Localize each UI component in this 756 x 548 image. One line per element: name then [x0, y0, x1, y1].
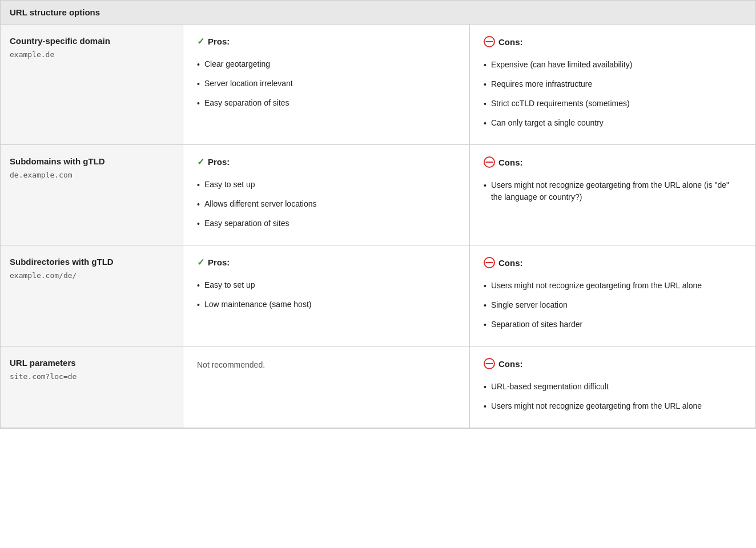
cons-item-1-0: Users might not recognize geotargeting f… [484, 176, 742, 207]
col-pros-0: ✓ Pros: Clear geotargetingServer locatio… [183, 25, 470, 144]
no-icon-0 [484, 36, 495, 47]
col-cons-0: Cons: Expensive (can have limited availa… [470, 25, 755, 144]
check-icon-2: ✓ [197, 257, 204, 268]
row-example-1: de.example.com [10, 171, 174, 179]
table-row: Country-specific domain example.de ✓ Pro… [1, 25, 755, 145]
cons-item-0-1: Requires more infrastructure [484, 75, 742, 94]
table-row: Subdirectories with gTLD example.com/de/… [1, 245, 755, 346]
col-cons-3: Cons: URL-based segmentation difficultUs… [470, 346, 755, 428]
cons-item-2-2: Separation of sites harder [484, 315, 742, 335]
col-name-2: Subdirectories with gTLD example.com/de/ [1, 245, 183, 346]
col-name-1: Subdomains with gTLD de.example.com [1, 145, 183, 245]
row-example-2: example.com/de/ [10, 271, 174, 280]
check-icon-1: ✓ [197, 156, 204, 167]
cons-label-2: Cons: [498, 258, 523, 268]
row-title-1: Subdomains with gTLD [10, 156, 174, 166]
no-icon-3 [484, 358, 495, 369]
cons-item-2-0: Users might not recognize geotargeting f… [484, 276, 742, 296]
pros-item-0-1: Server location irrelevant [197, 74, 456, 94]
row-example-0: example.de [10, 50, 174, 59]
cons-item-2-1: Single server location [484, 296, 742, 315]
cons-item-0-0: Expensive (can have limited availability… [484, 55, 742, 75]
row-example-3: site.com?loc=de [10, 372, 174, 381]
cons-item-0-3: Can only target a single country [484, 114, 742, 133]
not-recommended-3: Not recommended. [197, 358, 456, 369]
pros-item-1-0: Easy to set up [197, 175, 456, 195]
cons-list-2: Users might not recognize geotargeting f… [484, 276, 742, 335]
col-pros-1: ✓ Pros: Easy to set upAllows different s… [183, 145, 470, 245]
pros-item-1-1: Allows different server locations [197, 195, 456, 214]
url-structure-table: URL structure options Country-specific d… [0, 0, 756, 429]
pros-list-1: Easy to set upAllows different server lo… [197, 175, 456, 233]
row-title-0: Country-specific domain [10, 36, 174, 46]
cons-label-0: Cons: [498, 37, 523, 47]
cons-item-3-0: URL-based segmentation difficult [484, 377, 742, 397]
cons-list-3: URL-based segmentation difficultUsers mi… [484, 377, 742, 416]
cons-list-0: Expensive (can have limited availability… [484, 55, 742, 133]
cons-header-3: Cons: [484, 358, 742, 369]
col-cons-2: Cons: Users might not recognize geotarge… [470, 245, 755, 346]
col-name-3: URL parameters site.com?loc=de [1, 346, 183, 428]
pros-header-2: ✓ Pros: [197, 257, 456, 268]
table-title: URL structure options [1, 1, 755, 25]
pros-item-0-2: Easy separation of sites [197, 94, 456, 113]
no-icon-1 [484, 156, 495, 168]
cons-header-1: Cons: [484, 156, 742, 168]
table-body: Country-specific domain example.de ✓ Pro… [1, 25, 755, 428]
col-pros-2: ✓ Pros: Easy to set upLow maintenance (s… [183, 245, 470, 346]
pros-item-0-0: Clear geotargeting [197, 55, 456, 74]
cons-label-1: Cons: [498, 158, 523, 167]
row-title-3: URL parameters [10, 358, 174, 368]
no-icon-2 [484, 257, 495, 268]
col-name-0: Country-specific domain example.de [1, 25, 183, 144]
pros-header-0: ✓ Pros: [197, 36, 456, 47]
row-title-2: Subdirectories with gTLD [10, 257, 174, 267]
pros-label-0: Pros: [208, 37, 230, 46]
cons-item-3-1: Users might not recognize geotargeting f… [484, 397, 742, 416]
pros-header-1: ✓ Pros: [197, 156, 456, 167]
table-row: URL parameters site.com?loc=de Not recom… [1, 346, 755, 428]
cons-item-0-2: Strict ccTLD requirements (sometimes) [484, 94, 742, 114]
cons-list-1: Users might not recognize geotargeting f… [484, 176, 742, 207]
pros-list-2: Easy to set upLow maintenance (same host… [197, 276, 456, 315]
col-pros-3: Not recommended. [183, 346, 470, 428]
pros-item-2-1: Low maintenance (same host) [197, 295, 456, 315]
check-icon-0: ✓ [197, 36, 204, 47]
col-cons-1: Cons: Users might not recognize geotarge… [470, 145, 755, 245]
cons-label-3: Cons: [498, 359, 523, 369]
cons-header-0: Cons: [484, 36, 742, 47]
pros-item-1-2: Easy separation of sites [197, 214, 456, 233]
pros-list-0: Clear geotargetingServer location irrele… [197, 55, 456, 113]
pros-item-2-0: Easy to set up [197, 276, 456, 295]
pros-label-2: Pros: [208, 257, 230, 267]
table-row: Subdomains with gTLD de.example.com ✓ Pr… [1, 145, 755, 245]
pros-label-1: Pros: [208, 157, 230, 167]
cons-header-2: Cons: [484, 257, 742, 268]
